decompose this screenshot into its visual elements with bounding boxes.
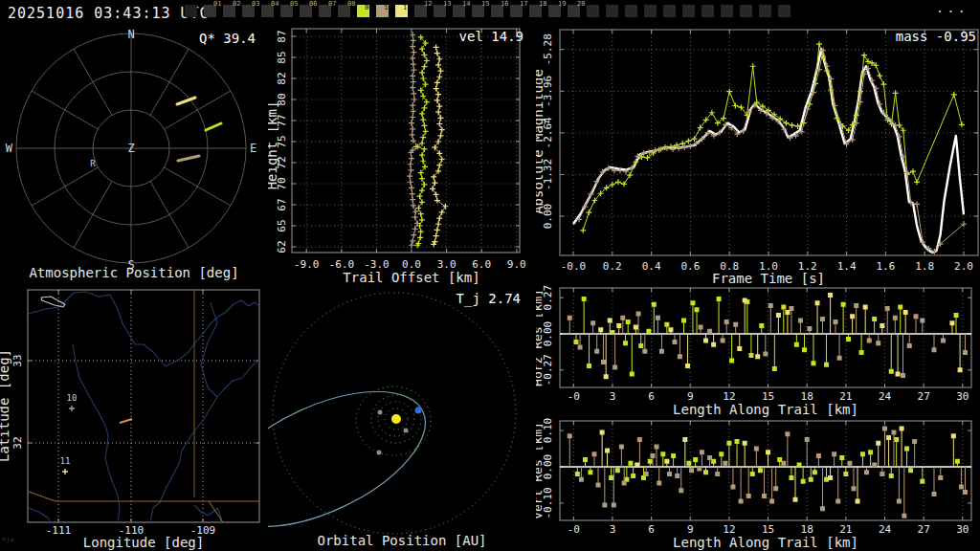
frame-cell[interactable]: [625, 0, 644, 27]
frame-cell-12[interactable]: 12: [414, 0, 434, 27]
svg-text:E: E: [250, 142, 256, 155]
svg-text:10: 10: [67, 393, 78, 403]
trail-offset-chart: -9.0-6.0-3.00.03.06.09.08785828077757270…: [268, 27, 536, 285]
svg-text:1.6: 1.6: [876, 260, 895, 273]
site-marker-10: 10: [67, 393, 78, 411]
frame-cell[interactable]: [606, 0, 625, 27]
svg-text:24: 24: [879, 523, 892, 536]
frame-cell[interactable]: [682, 0, 702, 27]
svg-text:1.4: 1.4: [837, 260, 857, 273]
svg-text:87: 87: [276, 30, 288, 42]
frame-cell[interactable]: [702, 0, 721, 27]
frame-cell-box: [606, 5, 618, 17]
atmospheric-position-panel: Q* 39.4 NSEWZRAtmospheric Position [deg]: [0, 27, 268, 285]
frame-cell-15[interactable]: 15: [472, 0, 491, 27]
svg-text:3: 3: [610, 523, 616, 536]
frame-cell[interactable]: [740, 0, 759, 27]
svg-text:-111: -111: [46, 524, 72, 537]
svg-text:27: 27: [918, 390, 930, 403]
frame-cell-box: [721, 5, 733, 17]
svg-text:0.2: 0.2: [603, 260, 622, 273]
magnitude-series-station-tan: [576, 48, 967, 254]
svg-text:-0: -0: [568, 390, 580, 403]
frame-cell-19[interactable]: 19: [548, 0, 568, 27]
sun-dot: [391, 414, 401, 424]
polar-trail-station-green: [206, 123, 221, 130]
frame-cell[interactable]: [778, 0, 797, 27]
meteoroid-orbit: [268, 364, 445, 551]
svg-text:-9.0: -9.0: [294, 258, 320, 271]
svg-text:9.0: 9.0: [507, 258, 526, 271]
frame-cell-17[interactable]: 17: [510, 0, 529, 27]
frame-cell-16[interactable]: 16: [491, 0, 510, 27]
svg-text:Longitude [deg]: Longitude [deg]: [83, 535, 204, 550]
svg-text:Atmospheric Position [deg]: Atmospheric Position [deg]: [29, 265, 238, 280]
frame-cell[interactable]: [663, 0, 682, 27]
orbital-position-chart: Orbital Position [AU]: [268, 285, 536, 551]
frame-cell-label: 06: [309, 0, 317, 8]
frame-cell-11[interactable]: 11: [395, 0, 414, 27]
frame-cell-09[interactable]: 09: [357, 0, 376, 27]
tisserand-annotation: T_j 2.74: [457, 291, 521, 306]
svg-text:Length Along Trail [km]: Length Along Trail [km]: [673, 402, 858, 417]
svg-text:N: N: [127, 28, 134, 41]
mars-dot: [377, 451, 382, 455]
frame-cell-label: 19: [558, 0, 566, 8]
svg-text:82: 82: [276, 72, 288, 84]
frame-cell-label: 08: [347, 0, 355, 8]
frame-cell-08[interactable]: 08: [338, 0, 357, 27]
frame-cell-box: [587, 5, 599, 17]
frame-cell-20[interactable]: 20: [568, 0, 587, 27]
frame-cell[interactable]: [587, 0, 606, 27]
svg-text:30: 30: [956, 390, 969, 403]
vert-res-chart: -0369121518212427300.100.00-0.10Length A…: [536, 418, 980, 551]
svg-text:11: 11: [60, 456, 71, 466]
svg-text:Length Along Trail [km]: Length Along Trail [km]: [673, 535, 858, 550]
frame-cell-03[interactable]: 03: [242, 0, 261, 27]
svg-text:85: 85: [276, 51, 288, 63]
frame-cell[interactable]: [185, 0, 204, 27]
frame-cell-label: 17: [520, 0, 527, 8]
svg-text:24: 24: [879, 390, 892, 403]
frame-cell[interactable]: [759, 0, 778, 27]
venus-dot: [378, 410, 383, 415]
frame-cell-14[interactable]: 14: [453, 0, 472, 27]
horz-res-chart: -0369121518212427300.270.00-0.27Length A…: [536, 285, 980, 418]
svg-text:33: 33: [11, 354, 24, 366]
frame-cell-label: 18: [539, 0, 546, 8]
frame-cell-10[interactable]: 10: [376, 0, 395, 27]
svg-text:Vert Res [km]: Vert Res [km]: [536, 422, 545, 519]
frame-cell-05[interactable]: 05: [280, 0, 300, 27]
polar-trail-station-yellow: [177, 98, 195, 104]
frame-cell-label: 10: [384, 4, 391, 11]
frame-cell-02[interactable]: 02: [223, 0, 242, 27]
trail-offset-panel: vel 14.9 -9.0-6.0-3.00.03.06.09.08785828…: [268, 27, 536, 285]
svg-text:2.0: 2.0: [954, 260, 973, 273]
frame-cell[interactable]: [644, 0, 663, 27]
frame-cell-box: [644, 5, 657, 17]
frame-cell-18[interactable]: 18: [529, 0, 548, 27]
frame-cell[interactable]: [721, 0, 740, 27]
vert-res-chart-series-tan: [568, 427, 968, 518]
svg-text:32: 32: [11, 436, 24, 449]
overflow-menu[interactable]: ...: [936, 0, 969, 15]
svg-text:Absolute Magnitude: Absolute Magnitude: [536, 69, 546, 214]
frame-cell-label: 04: [271, 0, 278, 8]
frame-cell-06[interactable]: 06: [300, 0, 319, 27]
frame-cell-07[interactable]: 07: [319, 0, 338, 27]
frame-cell-label: 15: [481, 0, 489, 8]
polar-trail-station-tan: [178, 156, 199, 161]
frame-cell-13[interactable]: 13: [434, 0, 453, 27]
vertical-residuals-panel: -0369121518212427300.100.00-0.10Length A…: [536, 418, 980, 551]
frame-cell-box: [663, 5, 676, 17]
frame-cell-04[interactable]: 04: [261, 0, 280, 27]
svg-text:30: 30: [956, 523, 969, 536]
ground-map-chart: 1011-111-110-1093332Longitude [deg]Latit…: [0, 285, 268, 551]
frame-cell-01[interactable]: 01: [204, 0, 223, 27]
mass-annotation: mass -0.95: [896, 29, 976, 44]
frame-cell-box: [740, 5, 752, 17]
frame-cell-label: 20: [577, 0, 585, 8]
frame-cell-label: 01: [213, 0, 221, 8]
map-features: [29, 290, 259, 522]
frame-cell-box: [702, 5, 714, 17]
